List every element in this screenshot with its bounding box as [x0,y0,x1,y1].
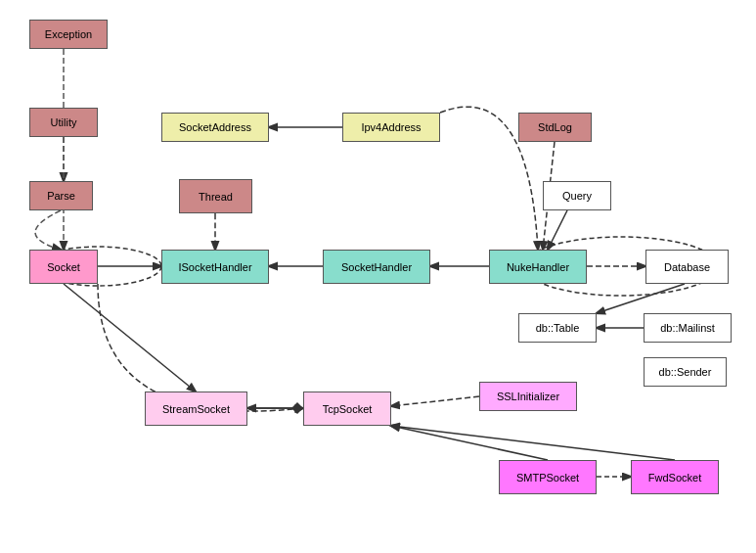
svg-line-18 [391,426,548,460]
node-utility: Utility [29,108,98,137]
node-socketaddress: SocketAddress [161,113,269,142]
node-exception: Exception [29,20,108,49]
node-thread: Thread [179,179,252,213]
node-nukehandler: NukeHandler [489,250,587,284]
node-fwdsocket: FwdSocket [631,460,719,494]
node-query: Query [543,181,611,210]
node-dbsender: db::Sender [644,357,727,387]
node-tcpsocket: TcpSocket [303,392,391,426]
node-stdlog: StdLog [518,113,592,142]
node-sockethandler: SocketHandler [323,250,430,284]
svg-line-12 [597,284,685,313]
svg-line-16 [391,396,479,406]
node-isockethandler: ISocketHandler [161,250,269,284]
svg-line-14 [64,284,196,392]
svg-line-5 [548,210,567,250]
svg-line-19 [391,426,675,460]
node-ipv4address: Ipv4Address [342,113,440,142]
node-sslinitializer: SSLInitializer [479,382,577,411]
node-dbmailinst: db::Mailinst [644,313,732,343]
node-parse: Parse [29,181,93,210]
node-dbtable: db::Table [518,313,597,343]
node-smtpsocket: SMTPSocket [499,460,597,494]
node-database: Database [645,250,729,284]
node-socket: Socket [29,250,98,284]
diagram-container: ExceptionUtilityParseSocketSocketAddress… [0,0,756,553]
node-streamsocket: StreamSocket [145,392,247,426]
